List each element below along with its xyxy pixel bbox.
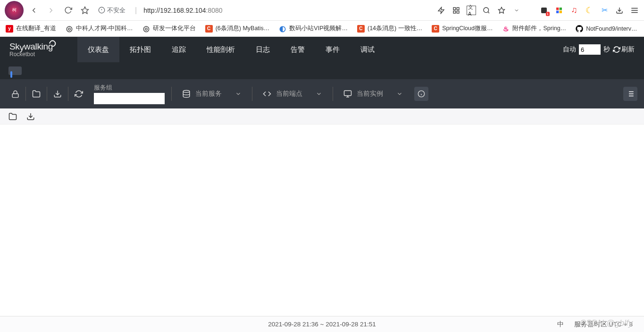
folder-icon[interactable] <box>8 112 17 121</box>
ext-icon-1[interactable]: 1 <box>539 6 549 15</box>
translate-icon[interactable]: 文A <box>467 6 476 15</box>
download-icon[interactable] <box>26 112 35 121</box>
bookmark-item[interactable]: C(14条消息) 一致性… <box>357 25 422 33</box>
svg-rect-21 <box>12 93 18 97</box>
service-group-input[interactable] <box>94 93 165 104</box>
content-area <box>0 124 644 304</box>
bookmark-label: 中科人才网-中国科… <box>76 25 133 33</box>
folder-icon[interactable] <box>28 85 45 102</box>
info-icon <box>98 7 105 14</box>
nav-item-3[interactable]: 性能剖析 <box>196 37 245 62</box>
db-icon <box>182 90 191 98</box>
nav-item-0[interactable]: 仪表盘 <box>77 37 119 62</box>
bookmark-favicon: ◎ <box>66 25 73 33</box>
chevron-down-icon <box>316 91 322 97</box>
favorite-button[interactable] <box>78 4 92 17</box>
bookmark-favicon <box>576 25 583 33</box>
endpoint-selector[interactable]: 当前端点 <box>254 90 331 98</box>
svg-line-10 <box>488 12 489 13</box>
nav-item-5[interactable]: 告警 <box>280 37 315 62</box>
lock-icon[interactable] <box>7 85 24 102</box>
bookmark-item[interactable]: ◎研发一体化平台 <box>142 25 196 33</box>
chevron-down-icon[interactable] <box>512 6 521 15</box>
svg-rect-16 <box>560 10 562 13</box>
star-icon[interactable] <box>497 6 506 15</box>
svg-marker-0 <box>82 7 89 13</box>
info-icon <box>418 90 425 98</box>
bookmark-item[interactable]: y在线翻译_有道 <box>6 25 56 33</box>
monitor-icon <box>343 90 352 98</box>
list-icon <box>626 90 635 98</box>
timezone-label[interactable]: 服务器时区 UTC + 8 <box>574 320 633 329</box>
bookmark-favicon: C <box>357 25 365 33</box>
moon-icon[interactable]: ☾ <box>585 6 594 15</box>
selector-toolbar: 服务组 当前服务 当前端点 当前实例 <box>0 79 644 108</box>
list-toggle[interactable] <box>623 87 637 101</box>
svg-point-23 <box>183 91 190 93</box>
back-button[interactable] <box>27 4 41 17</box>
svg-rect-5 <box>453 8 456 10</box>
time-range[interactable]: 2021-09-28 21:36 ~ 2021-09-28 21:51 <box>268 321 376 328</box>
bookmarks-bar: y在线翻译_有道◎中科人才网-中国科…◎研发一体化平台C(6条消息) MyBat… <box>0 21 644 37</box>
svg-marker-11 <box>498 7 504 13</box>
instance-selector[interactable]: 当前实例 <box>335 90 411 98</box>
refresh-icon <box>613 46 620 53</box>
service-selector[interactable]: 当前服务 <box>174 90 250 98</box>
tab-item[interactable] <box>8 66 22 75</box>
footer: 2021-09-28 21:36 ~ 2021-09-28 21:51 中 服务… <box>0 316 644 332</box>
nav-item-4[interactable]: 日志 <box>245 37 280 62</box>
security-chip[interactable]: 不安全 <box>95 6 128 15</box>
zoom-icon[interactable] <box>482 6 491 15</box>
bookmark-favicon: y <box>6 25 13 33</box>
app-navbar: Skywalking Rocketbot 仪表盘拓扑图追踪性能剖析日志告警事件调… <box>0 37 644 62</box>
toolbar-right: 文A 1 ♫ ☾ ✂ <box>436 6 639 15</box>
bookmark-favicon: C <box>432 25 439 33</box>
service-group-label: 服务组 <box>94 84 165 92</box>
refresh-interval-input[interactable] <box>579 44 601 55</box>
brand-sub: Rocketbot <box>9 51 59 58</box>
tab-strip <box>0 62 644 79</box>
url-display[interactable]: http://192.168.92.104:8080 <box>143 7 222 14</box>
profile-avatar[interactable]: 柯 <box>5 1 24 20</box>
svg-rect-7 <box>457 11 459 13</box>
bookmark-item[interactable]: ◐数码小站VIP视频解… <box>279 25 348 33</box>
info-button[interactable] <box>414 87 428 101</box>
menu-icon[interactable] <box>630 6 639 15</box>
svg-rect-13 <box>556 8 559 10</box>
lang-switch[interactable]: 中 <box>557 320 564 329</box>
brand: Skywalking Rocketbot <box>9 42 59 58</box>
reload-button[interactable] <box>61 4 75 17</box>
chevron-down-icon <box>235 91 242 97</box>
flash-icon[interactable] <box>436 6 446 15</box>
bookmark-label: (6条消息) MyBatis… <box>216 25 270 33</box>
bookmark-item[interactable]: C(6条消息) MyBatis… <box>205 25 270 33</box>
nav-item-1[interactable]: 拓扑图 <box>119 37 161 62</box>
bookmark-item[interactable]: CSpringCloud微服… <box>432 25 493 33</box>
bookmark-favicon: C <box>205 25 213 33</box>
nav-item-2[interactable]: 追踪 <box>161 37 196 62</box>
import-icon[interactable] <box>49 85 66 102</box>
svg-rect-24 <box>344 91 351 96</box>
forward-button[interactable] <box>44 4 58 17</box>
cut-icon[interactable]: ✂ <box>600 6 609 15</box>
refresh-button[interactable]: 刷新 <box>613 45 635 54</box>
nav-item-6[interactable]: 事件 <box>315 37 350 62</box>
page-tools <box>0 108 644 124</box>
nav-item-7[interactable]: 调试 <box>350 37 385 62</box>
bookmark-item[interactable]: ♨附件邮件，Spring… <box>502 25 566 33</box>
chevron-down-icon <box>396 91 403 97</box>
music-icon[interactable]: ♫ <box>569 6 579 15</box>
reload-icon[interactable] <box>70 85 87 102</box>
unit-label: 秒 <box>603 45 610 54</box>
security-label: 不安全 <box>107 6 125 15</box>
bookmark-item[interactable]: ◎中科人才网-中国科… <box>66 25 133 33</box>
grid-icon[interactable] <box>452 6 461 15</box>
bookmark-label: 附件邮件，Spring… <box>512 25 566 33</box>
svg-rect-6 <box>457 8 459 10</box>
ext-icon-2[interactable] <box>554 6 564 15</box>
download-icon[interactable] <box>615 6 624 15</box>
bookmark-item[interactable]: NotFound9/interv… <box>576 25 637 33</box>
svg-rect-14 <box>560 8 562 10</box>
bookmark-favicon: ◐ <box>279 25 286 33</box>
bookmark-label: 研发一体化平台 <box>153 25 196 33</box>
